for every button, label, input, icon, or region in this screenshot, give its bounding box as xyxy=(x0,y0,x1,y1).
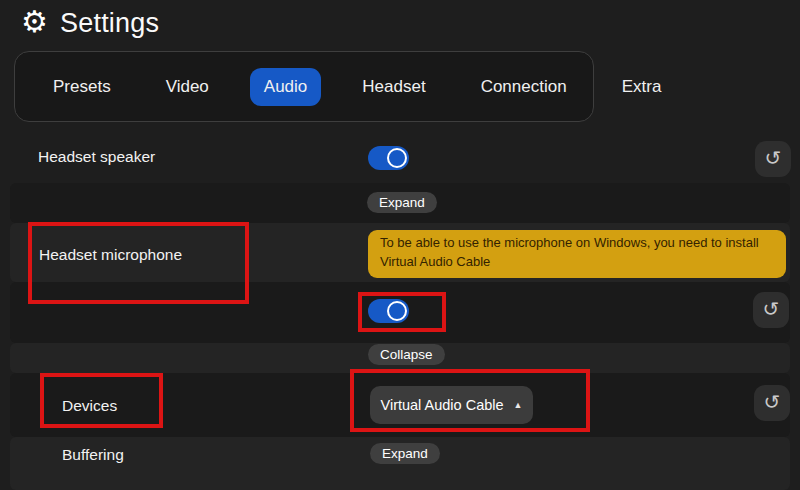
tab-headset[interactable]: Headset xyxy=(348,68,439,106)
microphone-expand-button[interactable]: Expand xyxy=(367,192,437,213)
headset-speaker-reset-button[interactable]: ↺ xyxy=(755,141,791,177)
toggle-knob xyxy=(387,148,407,168)
settings-tabbar: Presets Video Audio Headset Connection E… xyxy=(14,51,594,122)
settings-window: ⚙ Settings Presets Video Audio Headset C… xyxy=(0,0,800,490)
devices-label: Devices xyxy=(62,397,117,415)
tab-video[interactable]: Video xyxy=(152,68,223,106)
microphone-collapse-button[interactable]: Collapse xyxy=(368,344,445,365)
gear-icon: ⚙ xyxy=(21,2,48,42)
headset-microphone-reset-button[interactable]: ↺ xyxy=(753,292,789,328)
headset-microphone-toggle[interactable] xyxy=(368,299,409,323)
tab-presets[interactable]: Presets xyxy=(39,68,125,106)
tab-extra[interactable]: Extra xyxy=(608,68,676,106)
devices-dropdown-value: Virtual Audio Cable xyxy=(381,397,504,413)
headset-speaker-label: Headset speaker xyxy=(38,148,155,166)
reset-icon: ↺ xyxy=(763,297,780,321)
devices-dropdown[interactable]: Virtual Audio Cable ▲ xyxy=(370,386,533,424)
page-title: Settings xyxy=(60,4,159,42)
headset-speaker-toggle[interactable] xyxy=(368,146,409,170)
reset-icon: ↺ xyxy=(764,390,781,414)
headset-microphone-label: Headset microphone xyxy=(39,246,182,264)
toggle-knob xyxy=(387,301,407,321)
reset-icon: ↺ xyxy=(765,146,782,170)
devices-reset-button[interactable]: ↺ xyxy=(754,385,790,421)
tab-audio[interactable]: Audio xyxy=(250,68,321,106)
virtual-audio-cable-notice: To be able to use the microphone on Wind… xyxy=(368,230,786,278)
tab-connection[interactable]: Connection xyxy=(467,68,581,106)
chevron-up-icon: ▲ xyxy=(514,400,523,410)
buffering-label: Buffering xyxy=(62,446,124,464)
buffering-expand-button[interactable]: Expand xyxy=(370,443,440,464)
